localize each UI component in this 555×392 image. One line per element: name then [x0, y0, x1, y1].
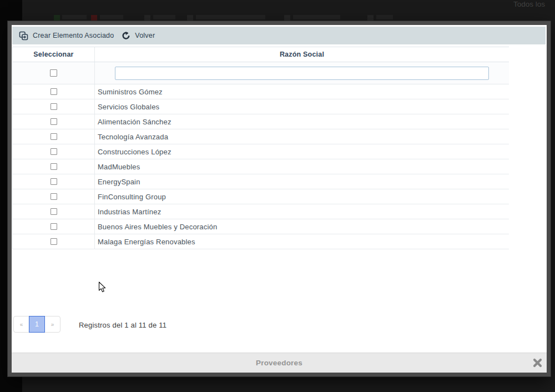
pagination: « 1 » — [13, 316, 60, 333]
dimmed-toolbar-icon — [54, 15, 60, 21]
filter-row — [13, 62, 509, 84]
row-checkbox[interactable] — [51, 208, 57, 215]
table-body: Suministros Gómez Servicios Globales Ali… — [13, 84, 509, 249]
row-razon-social: Servicios Globales — [95, 99, 509, 114]
row-select-cell — [13, 204, 95, 219]
row-select-cell — [13, 234, 95, 249]
dimmed-toolbar-icon — [91, 15, 97, 21]
records-summary: Registros del 1 al 11 de 11 — [79, 321, 167, 329]
row-razon-social: MadMuebles — [95, 159, 509, 174]
row-checkbox[interactable] — [51, 88, 57, 95]
dimmed-header-text: Todos los — [513, 0, 555, 8]
row-razon-social: Suministros Gómez — [95, 84, 509, 99]
row-razon-social: Buenos Aires Muebles y Decoración — [95, 219, 509, 234]
dimmed-toolbar-icon — [144, 15, 150, 21]
dimmed-toolbar-icon — [187, 15, 193, 21]
create-associated-element-button[interactable]: Crear Elemento Asociado — [19, 31, 114, 41]
close-icon — [532, 358, 543, 370]
table-row: MadMuebles — [13, 159, 509, 174]
row-checkbox[interactable] — [51, 193, 57, 200]
pagination-prev-button[interactable]: « — [13, 316, 29, 333]
row-checkbox[interactable] — [51, 223, 57, 230]
row-select-cell — [13, 114, 95, 129]
dimmed-toolbar — [22, 14, 555, 21]
back-button-label: Volver — [135, 32, 155, 39]
row-razon-social: EnergySpain — [95, 174, 509, 189]
back-button[interactable]: Volver — [122, 31, 155, 40]
row-select-cell — [13, 99, 95, 114]
row-checkbox[interactable] — [51, 148, 57, 155]
row-select-cell — [13, 159, 95, 174]
dimmed-toolbar-label — [62, 15, 87, 19]
row-razon-social: Tecnología Avanzada — [95, 129, 509, 144]
row-razon-social: Industrias Martínez — [95, 204, 509, 219]
row-checkbox[interactable] — [51, 103, 57, 110]
row-select-cell — [13, 144, 95, 159]
providers-modal-content: Crear Elemento Asociado Volver Seleccion… — [12, 25, 547, 373]
row-select-cell — [13, 84, 95, 99]
header-razon-social: Razón Social — [95, 47, 509, 62]
table-row: EnergySpain — [13, 174, 509, 189]
undo-arrow-icon — [122, 31, 130, 40]
modal-title: Proveedores — [256, 359, 302, 367]
create-associated-element-label: Crear Elemento Asociado — [33, 32, 114, 39]
row-select-cell — [13, 219, 95, 234]
row-checkbox[interactable] — [51, 133, 57, 140]
dimmed-toolbar-icon — [367, 15, 374, 21]
select-all-checkbox[interactable] — [50, 69, 57, 77]
table-row: Buenos Aires Muebles y Decoración — [13, 219, 509, 234]
row-checkbox[interactable] — [51, 163, 57, 170]
filter-razon-cell — [95, 62, 509, 84]
dimmed-toolbar-label — [153, 15, 175, 19]
dimmed-toolbar-icon — [284, 15, 290, 21]
row-razon-social: Alimentación Sánchez — [95, 114, 509, 129]
row-razon-social: FinConsulting Group — [95, 189, 509, 204]
modal-footer: Proveedores — [12, 353, 547, 373]
modal-toolbar: Crear Elemento Asociado Volver — [12, 27, 546, 44]
dimmed-toolbar-label — [100, 15, 123, 19]
table-row: Suministros Gómez — [13, 84, 509, 99]
table-row: Servicios Globales — [13, 99, 509, 114]
row-checkbox[interactable] — [51, 118, 57, 125]
providers-table: Seleccionar Razón Social Suministros Góm… — [12, 47, 509, 249]
table-row: FinConsulting Group — [13, 189, 509, 204]
row-select-cell — [13, 174, 95, 189]
dimmed-toolbar-label — [293, 15, 340, 19]
pagination-page-1-button[interactable]: 1 — [29, 316, 45, 333]
header-seleccionar: Seleccionar — [13, 47, 95, 62]
table-row: Alimentación Sánchez — [13, 114, 509, 129]
dimmed-toolbar-label — [376, 15, 393, 19]
copy-element-icon — [19, 31, 28, 41]
row-select-cell — [13, 129, 95, 144]
table-row: Construcciones López — [13, 144, 509, 159]
filter-select-cell — [13, 62, 95, 84]
close-button[interactable] — [531, 357, 544, 370]
table-row: Industrias Martínez — [13, 204, 509, 219]
table-header-row: Seleccionar Razón Social — [13, 47, 509, 62]
row-razon-social: Construcciones López — [95, 144, 509, 159]
row-checkbox[interactable] — [51, 238, 57, 245]
table-row: Tecnología Avanzada — [13, 129, 509, 144]
providers-modal: Crear Elemento Asociado Volver Seleccion… — [8, 21, 551, 376]
row-select-cell — [13, 189, 95, 204]
table-row: Malaga Energías Renovables — [13, 234, 509, 249]
razon-social-filter-input[interactable] — [115, 67, 489, 80]
row-checkbox[interactable] — [51, 178, 57, 185]
dimmed-toolbar-label — [196, 15, 265, 19]
row-razon-social: Malaga Energías Renovables — [95, 234, 509, 249]
pagination-next-button[interactable]: » — [44, 316, 60, 333]
